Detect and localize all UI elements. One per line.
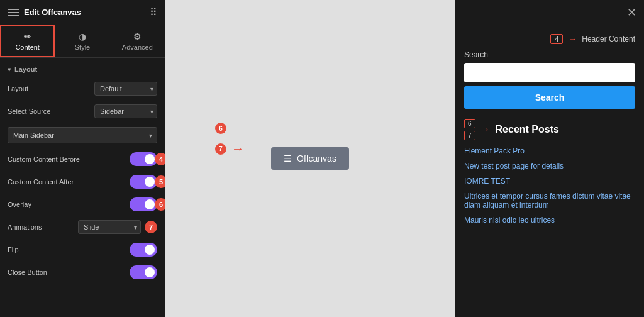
search-section-title: Search <box>464 50 635 59</box>
choose-sidebar-wrapper: Main Sidebar ▾ <box>8 127 157 143</box>
advanced-icon: ⚙ <box>133 31 142 42</box>
annotation-box-7: 7 <box>464 131 475 140</box>
post-link-1[interactable]: New test post page for details <box>464 162 635 170</box>
toggle-after-right: 5 <box>130 175 157 189</box>
animations-right: Slide 7 <box>78 220 157 234</box>
close-button-row: Close Button <box>8 265 157 279</box>
annotation-6-row: 6 <box>215 123 244 134</box>
search-input[interactable] <box>464 63 635 82</box>
recent-posts-section: 6 7 → Recent Posts Element Pack Pro New … <box>464 119 635 225</box>
flip-row: Flip <box>8 243 157 257</box>
badge-5: 5 <box>155 175 165 188</box>
panel-content: Layout Layout Default Select Source Side… <box>0 58 165 317</box>
close-button-toggle[interactable] <box>130 265 157 279</box>
right-panel: ✕ 4 → Header Content Search Search 6 7 →… <box>455 0 644 317</box>
layout-label: Layout <box>8 85 28 92</box>
hamburger-icon[interactable] <box>8 9 19 16</box>
badge-7: 7 <box>145 221 157 233</box>
badge-4: 4 <box>155 153 165 165</box>
close-button[interactable]: ✕ <box>627 6 636 19</box>
choose-sidebar-select[interactable]: Main Sidebar <box>8 127 157 143</box>
layout-select[interactable]: Default <box>94 82 157 96</box>
content-icon: ✏ <box>24 31 31 42</box>
search-section: Search Search <box>464 50 635 109</box>
custom-content-before-row: Custom Content Before 4 <box>8 152 157 166</box>
offcanvas-button-label: Offcanvas <box>297 153 336 164</box>
tab-content[interactable]: ✏ Content <box>0 25 55 57</box>
canvas-annotations: 6 7 → <box>215 123 244 156</box>
left-panel: Edit Offcanvas ⠿ ✏ Content ◑ Style ⚙ Adv… <box>0 0 165 317</box>
toggle-before-right: 4 <box>130 152 157 166</box>
annotation-box-6: 6 <box>464 119 475 128</box>
post-link-3[interactable]: Ultrices et tempor cursus fames dictum v… <box>464 192 635 209</box>
search-button[interactable]: Search <box>464 86 635 109</box>
select-source-row: Select Source Sidebar <box>8 104 157 118</box>
post-link-2[interactable]: IOMRE TEST <box>464 177 635 186</box>
annotation-nums: 6 7 <box>464 119 475 140</box>
arrow-right-header: → <box>568 34 577 44</box>
tab-advanced-label: Advanced <box>122 43 153 51</box>
close-button-toggle-right <box>130 265 157 279</box>
custom-content-after-toggle[interactable] <box>130 175 157 189</box>
flip-toggle[interactable] <box>130 243 157 257</box>
header-content-label: Header Content <box>582 35 635 43</box>
post-link-0[interactable]: Element Pack Pro <box>464 147 635 155</box>
style-icon: ◑ <box>79 31 86 42</box>
panel-header: Edit Offcanvas ⠿ <box>0 0 165 25</box>
arrow-right-recent: → <box>480 124 491 135</box>
toggle-overlay-right: 6 <box>130 197 157 211</box>
overlay-label: Overlay <box>8 201 31 208</box>
animations-row: Animations Slide 7 <box>8 220 157 234</box>
right-panel-header: ✕ <box>455 0 644 25</box>
select-source-label: Select Source <box>8 108 50 115</box>
custom-content-after-row: Custom Content After 5 <box>8 175 157 189</box>
annotation-box-4: 4 <box>550 34 563 44</box>
layout-section-title: Layout <box>8 65 157 73</box>
arrow-right-canvas-7: → <box>231 142 244 156</box>
recent-posts-header: 6 7 → Recent Posts <box>464 119 635 140</box>
animations-select-wrapper: Slide <box>78 220 141 234</box>
tab-style-label: Style <box>75 43 90 51</box>
badge-6: 6 <box>155 198 165 211</box>
select-source-wrapper: Sidebar <box>94 104 157 118</box>
grid-icon[interactable]: ⠿ <box>150 6 157 18</box>
post-link-4[interactable]: Mauris nisi odio leo ultrices <box>464 216 635 225</box>
recent-posts-title: Recent Posts <box>496 124 559 135</box>
select-source-select[interactable]: Sidebar <box>94 104 157 118</box>
flip-toggle-right <box>130 243 157 257</box>
offcanvas-button[interactable]: ☰ Offcanvas <box>271 147 349 170</box>
main-canvas: ☰ Offcanvas 6 7 → <box>165 0 455 317</box>
header-content-row: 4 → Header Content <box>464 34 635 44</box>
overlay-toggle[interactable] <box>130 197 157 211</box>
close-button-label: Close Button <box>8 269 47 276</box>
badge-canvas-7: 7 <box>215 143 226 155</box>
tab-content-label: Content <box>15 43 40 51</box>
overlay-row: Overlay 6 <box>8 197 157 211</box>
menu-icon: ☰ <box>284 153 292 164</box>
animations-label: Animations <box>8 223 42 231</box>
annotation-7-row: 7 → <box>215 142 244 156</box>
custom-content-before-toggle[interactable] <box>130 152 157 166</box>
tabs-row: ✏ Content ◑ Style ⚙ Advanced <box>0 25 165 58</box>
badge-canvas-6: 6 <box>215 123 226 134</box>
panel-header-left: Edit Offcanvas <box>8 8 81 17</box>
custom-content-after-label: Custom Content After <box>8 178 74 186</box>
animations-select[interactable]: Slide <box>78 220 141 234</box>
flip-label: Flip <box>8 246 19 253</box>
tab-advanced[interactable]: ⚙ Advanced <box>110 25 165 57</box>
tab-style[interactable]: ◑ Style <box>55 25 109 57</box>
panel-title: Edit Offcanvas <box>24 8 81 17</box>
layout-select-wrapper: Default <box>94 82 157 96</box>
custom-content-before-label: Custom Content Before <box>8 155 80 163</box>
layout-row: Layout Default <box>8 82 157 96</box>
right-panel-content: 4 → Header Content Search Search 6 7 → R… <box>455 25 644 240</box>
